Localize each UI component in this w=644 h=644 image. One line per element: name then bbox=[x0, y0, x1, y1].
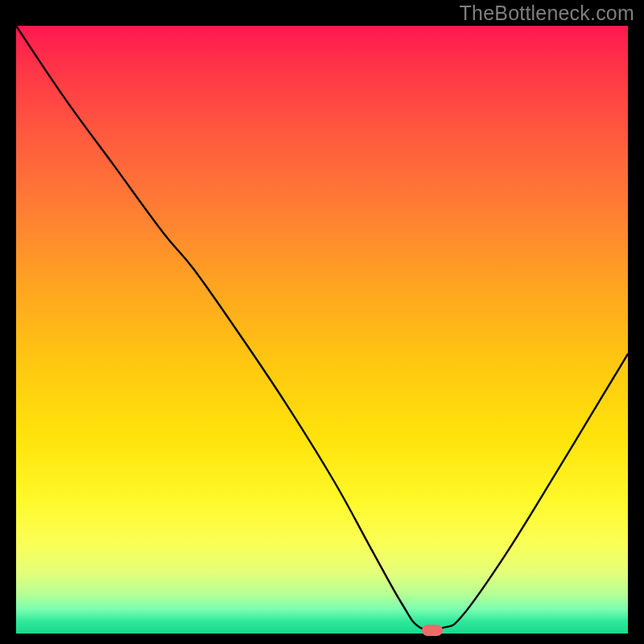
optimum-marker bbox=[422, 625, 443, 636]
bottleneck-curve bbox=[16, 26, 628, 634]
plot-area bbox=[16, 26, 628, 634]
chart-frame: TheBottleneck.com bbox=[0, 0, 644, 644]
watermark-text: TheBottleneck.com bbox=[460, 2, 634, 25]
